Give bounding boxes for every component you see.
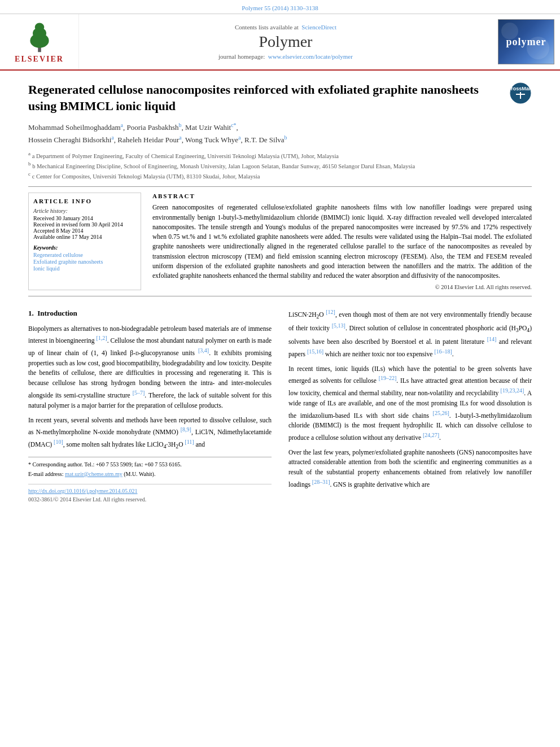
- section-1-title: Introduction: [37, 309, 77, 317]
- journal-ref-text: Polymer 55 (2014) 3130–3138: [242, 5, 318, 11]
- body-two-col: 1. Introduction Biopolymers as alternati…: [28, 308, 532, 504]
- keywords-label: Keywords:: [33, 244, 136, 251]
- author-1: Mohammad Soheilmoghaddam: [28, 124, 121, 132]
- affiliations: a a Department of Polymer Engineering, F…: [28, 150, 532, 181]
- ref-12: [12]: [326, 309, 335, 315]
- email-link[interactable]: mat.uzir@cheme.utm.my: [65, 471, 123, 477]
- elsevier-tree-icon: [23, 20, 56, 54]
- body-para-3: LiSCN·2H2O [12], even though most of the…: [288, 308, 532, 359]
- keyword-3: Ionic liquid: [33, 265, 136, 272]
- cover-label-text: polymer: [506, 36, 546, 48]
- ref-14: [14]: [487, 336, 497, 342]
- elsevier-logo: ELSEVIER: [15, 20, 64, 64]
- journal-cover-area: polymer: [492, 16, 560, 67]
- online-date: Available online 17 May 2014: [33, 234, 136, 240]
- ref-16-18: [16–18]: [434, 348, 452, 355]
- body-para-5: Over the last few years, polymer/exfolia…: [288, 448, 532, 490]
- doi-link[interactable]: http://dx.doi.org/10.1016/j.polymer.2014…: [28, 488, 137, 494]
- author-4: Hossein Cheraghi Bidsorkhi: [28, 136, 111, 144]
- abstract-text: Green nanocomposites of regenerated cell…: [152, 203, 532, 281]
- ref-8-9: [8,9]: [181, 426, 191, 433]
- sciencedirect-link[interactable]: ScienceDirect: [301, 24, 336, 30]
- journal-info-center: Contents lists available at ScienceDirec…: [79, 19, 492, 64]
- article-info-heading: Article Info: [33, 198, 136, 204]
- journal-cover-image: polymer: [498, 19, 554, 64]
- section-1-number: 1.: [28, 309, 34, 317]
- author-5: Raheleh Heidar Pour: [117, 136, 179, 144]
- sciencedirect-prefix: Contents lists available at: [235, 24, 299, 30]
- page: Polymer 55 (2014) 3130–3138 ELSEVIER Con…: [0, 0, 560, 747]
- homepage-prefix: journal homepage:: [218, 53, 265, 60]
- svg-text:CrossMark: CrossMark: [509, 86, 532, 91]
- body-right-col: LiSCN·2H2O [12], even though most of the…: [288, 308, 532, 504]
- abstract-heading: Abstract: [152, 193, 532, 199]
- footnotes: * Corresponding author. Tel.: +60 7 553 …: [28, 457, 272, 478]
- page-footer: http://dx.doi.org/10.1016/j.polymer.2014…: [28, 484, 272, 504]
- keywords-section: Keywords: Regenerated cellulose Exfoliat…: [33, 244, 136, 272]
- corresponding-text: * Corresponding author. Tel.: +60 7 553 …: [28, 461, 182, 468]
- author-7: R.T. De Silva: [244, 136, 285, 144]
- ref-25-26: [25,26]: [433, 410, 449, 416]
- footnote-corresponding: * Corresponding author. Tel.: +60 7 553 …: [28, 461, 272, 469]
- homepage-link[interactable]: www.elsevier.com/locate/polymer: [268, 53, 353, 60]
- journal-reference: Polymer 55 (2014) 3130–3138: [0, 0, 560, 14]
- divider-1: [28, 186, 532, 187]
- authors-line: Mohammad Soheilmoghaddama, Pooria Pasbak…: [28, 121, 532, 146]
- ref-5-7: [5–7]: [133, 390, 145, 396]
- ref-5-13: [5,13]: [332, 322, 345, 329]
- footnote-email: E-mail address: mat.uzir@cheme.utm.my (M…: [28, 470, 272, 478]
- journal-name: Polymer: [79, 33, 492, 51]
- abstract-section: Abstract Green nanocomposites of regener…: [152, 193, 532, 290]
- received-date: Received 30 January 2014: [33, 215, 136, 221]
- history-label: Article history:: [33, 208, 136, 214]
- affiliation-b: b b Mechanical Engineering Discipline, S…: [28, 160, 532, 171]
- copyright-line: © 2014 Elsevier Ltd. All rights reserved…: [152, 284, 532, 290]
- body-section: 1. Introduction Biopolymers as alternati…: [28, 308, 532, 504]
- ref-10: [10]: [54, 439, 63, 445]
- elsevier-logo-area: ELSEVIER: [0, 14, 79, 69]
- body-para-4: In recent times, ionic liquids (ILs) whi…: [288, 364, 532, 443]
- body-para-1: Biopolymers as alternatives to non-biode…: [28, 324, 272, 411]
- svg-point-3: [34, 23, 44, 32]
- article-content: Regenerated cellulose nanocomposites rei…: [0, 71, 560, 516]
- author-2: Pooria Pasbakhsh: [127, 124, 179, 132]
- ref-28-31: [28–31]: [312, 479, 330, 485]
- issn-text: 0032-3861/© 2014 Elsevier Ltd. All right…: [28, 495, 272, 504]
- ref-3-4: [3,4]: [198, 347, 209, 353]
- affiliation-c: c c Center for Composites, Universiti Te…: [28, 171, 532, 181]
- email-name: (M.U. Wahit).: [124, 471, 155, 477]
- section-1-heading: 1. Introduction: [28, 308, 272, 319]
- elsevier-text: ELSEVIER: [15, 55, 64, 64]
- ref-24-27: [24,27]: [423, 432, 439, 438]
- author-6: Wong Tuck Whye: [185, 136, 238, 144]
- keyword-1: Regenerated cellulose: [33, 252, 136, 258]
- article-title-area: Regenerated cellulose nanocomposites rei…: [28, 82, 532, 114]
- email-label: E-mail address:: [28, 471, 63, 477]
- body-left-col: 1. Introduction Biopolymers as alternati…: [28, 308, 272, 504]
- ref-1-2: [1,2]: [97, 335, 107, 341]
- ref-19-22: [19–22]: [379, 375, 397, 381]
- keyword-2: Exfoliated graphite nanosheets: [33, 259, 136, 265]
- crossmark-icon: CrossMark: [509, 82, 532, 104]
- ref-15-16: [15,16]: [307, 348, 323, 355]
- article-info-box: Article Info Article history: Received 3…: [28, 193, 141, 290]
- affiliation-a: a a Department of Polymer Engineering, F…: [28, 150, 532, 160]
- journal-banner: ELSEVIER Contents lists available at Sci…: [0, 14, 560, 71]
- history-section: Article history: Received 30 January 201…: [33, 208, 136, 240]
- body-para-2: In recent years, several solvents and me…: [28, 416, 272, 451]
- revised-date: Received in revised form 30 April 2014: [33, 221, 136, 228]
- ref-19-23-24: [19,23,24]: [501, 387, 524, 394]
- author-3: Mat Uzir Wahit: [185, 124, 231, 132]
- journal-homepage: journal homepage: www.elsevier.com/locat…: [79, 53, 492, 60]
- accepted-date: Accepted 8 May 2014: [33, 228, 136, 234]
- info-abstract-section: Article Info Article history: Received 3…: [28, 193, 532, 290]
- article-title: Regenerated cellulose nanocomposites rei…: [28, 82, 504, 114]
- ref-11: [11]: [185, 439, 194, 445]
- sciencedirect-line: Contents lists available at ScienceDirec…: [79, 24, 492, 30]
- divider-2: [28, 296, 532, 296]
